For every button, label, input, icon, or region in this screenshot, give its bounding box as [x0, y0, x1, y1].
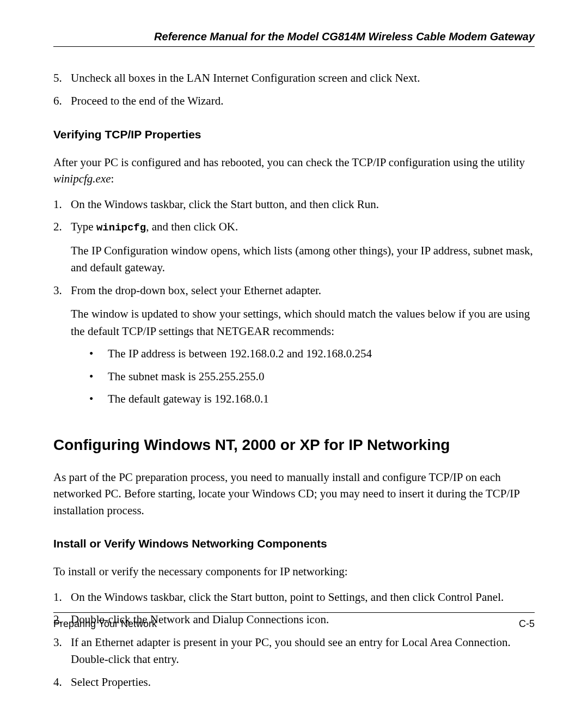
- step-item: 4. Select Properties.: [53, 674, 535, 691]
- configuring-heading: Configuring Windows NT, 2000 or XP for I…: [53, 436, 535, 454]
- verifying-steps-list: 1. On the Windows taskbar, click the Sta…: [53, 196, 535, 413]
- step-content: If an Ethernet adapter is present in you…: [71, 634, 535, 668]
- step-number: 3.: [53, 282, 71, 413]
- step-number: 2.: [53, 218, 71, 277]
- step-content: On the Windows taskbar, click the Start …: [71, 589, 535, 606]
- configuring-intro: As part of the PC preparation process, y…: [53, 469, 535, 519]
- step-text: On the Windows taskbar, click the Start …: [71, 589, 535, 606]
- footer-right: C-5: [519, 618, 535, 630]
- header-title: Reference Manual for the Model CG814M Wi…: [154, 31, 535, 42]
- footer-left: Preparing Your Network: [53, 618, 157, 630]
- step-content: On the Windows taskbar, click the Start …: [71, 196, 535, 214]
- bullet-text: The IP address is between 192.168.0.2 an…: [108, 345, 372, 363]
- step-para: The IP Configuration window opens, which…: [71, 242, 535, 277]
- step-content: From the drop-down box, select your Ethe…: [71, 282, 535, 413]
- step-number: 1.: [53, 589, 71, 606]
- type-mono: winipcfg: [96, 222, 146, 234]
- step-item: 1. On the Windows taskbar, click the Sta…: [53, 196, 535, 214]
- step-text: If an Ethernet adapter is present in you…: [71, 634, 535, 668]
- step-content: Select Properties.: [71, 674, 535, 691]
- step-item: 3. If an Ethernet adapter is present in …: [53, 634, 535, 668]
- intro-italic: winipcfg.exe: [53, 172, 111, 185]
- step-item: 2. Type winipcfg, and then click OK. The…: [53, 218, 535, 277]
- step-item: 6. Proceed to the end of the Wizard.: [53, 93, 535, 110]
- bullet-marker-icon: •: [89, 391, 108, 408]
- intro-prefix: After your PC is configured and has rebo…: [53, 156, 525, 169]
- step-text: Uncheck all boxes in the LAN Internet Co…: [71, 70, 535, 87]
- bullet-list: • The IP address is between 192.168.0.2 …: [89, 345, 535, 408]
- type-prefix: Type: [71, 220, 96, 233]
- bullet-item: • The IP address is between 192.168.0.2 …: [89, 345, 535, 363]
- bullet-text: The default gateway is 192.168.0.1: [108, 391, 269, 408]
- continued-steps-list: 5. Uncheck all boxes in the LAN Internet…: [53, 70, 535, 109]
- page-footer: Preparing Your Network C-5: [53, 612, 535, 630]
- step-para: The window is updated to show your setti…: [71, 306, 535, 340]
- step-item: 3. From the drop-down box, select your E…: [53, 282, 535, 413]
- step-number: 5.: [53, 70, 71, 87]
- step-content: Uncheck all boxes in the LAN Internet Co…: [71, 70, 535, 87]
- intro-suffix: :: [111, 172, 114, 185]
- step-number: 6.: [53, 93, 71, 110]
- step-item: 1. On the Windows taskbar, click the Sta…: [53, 589, 535, 606]
- step-item: 5. Uncheck all boxes in the LAN Internet…: [53, 70, 535, 87]
- step-text: On the Windows taskbar, click the Start …: [71, 196, 535, 214]
- verifying-heading: Verifying TCP/IP Properties: [53, 128, 535, 141]
- step-content: Type winipcfg, and then click OK. The IP…: [71, 218, 535, 277]
- install-steps-list: 1. On the Windows taskbar, click the Sta…: [53, 589, 535, 691]
- verifying-intro: After your PC is configured and has rebo…: [53, 154, 535, 187]
- bullet-text: The subnet mask is 255.255.255.0: [108, 368, 265, 386]
- install-intro: To install or verify the necessary compo…: [53, 563, 535, 580]
- step-text: From the drop-down box, select your Ethe…: [71, 282, 535, 300]
- bullet-item: • The default gateway is 192.168.0.1: [89, 391, 535, 408]
- step-text: Select Properties.: [71, 674, 535, 691]
- step-number: 3.: [53, 634, 71, 668]
- step-text: Type winipcfg, and then click OK.: [71, 218, 535, 236]
- bullet-marker-icon: •: [89, 368, 108, 386]
- bullet-item: • The subnet mask is 255.255.255.0: [89, 368, 535, 386]
- step-content: Proceed to the end of the Wizard.: [71, 93, 535, 110]
- page-header: Reference Manual for the Model CG814M Wi…: [53, 31, 535, 47]
- step-number: 4.: [53, 674, 71, 691]
- type-suffix: , and then click OK.: [146, 220, 238, 233]
- step-text: Proceed to the end of the Wizard.: [71, 93, 535, 110]
- step-number: 1.: [53, 196, 71, 214]
- install-heading: Install or Verify Windows Networking Com…: [53, 537, 535, 550]
- bullet-marker-icon: •: [89, 345, 108, 363]
